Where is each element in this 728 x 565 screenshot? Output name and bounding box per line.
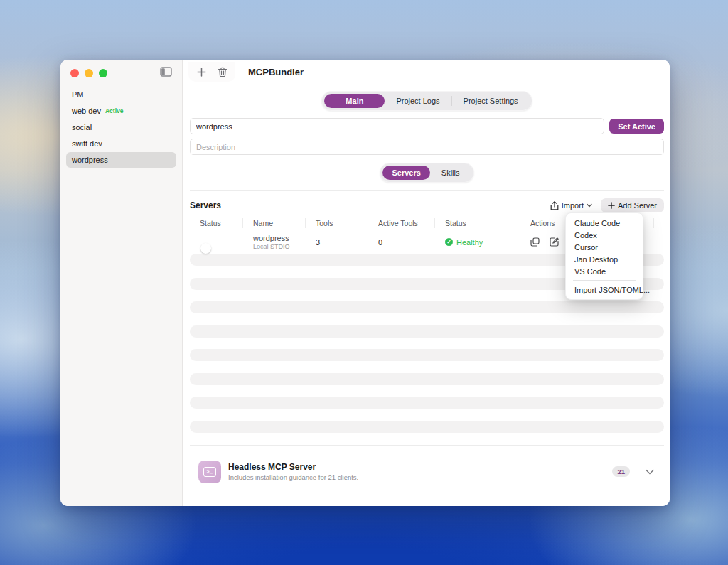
project-list: PM web dev Active social swift dev wordp… <box>66 87 176 168</box>
trash-icon[interactable] <box>214 63 231 80</box>
col-name: Name <box>243 218 306 228</box>
import-button-label: Import <box>562 201 584 210</box>
headless-mcp-subtitle: Includes installation guidance for 21 cl… <box>228 473 605 481</box>
window-title: MCPBundler <box>248 67 304 77</box>
add-project-button[interactable] <box>193 63 210 80</box>
minimize-window-button[interactable] <box>85 69 93 77</box>
terminal-icon: >_ <box>198 461 221 483</box>
tab-main[interactable]: Main <box>324 94 385 108</box>
headless-mcp-card[interactable]: >_ Headless MCP Server Includes installa… <box>190 452 664 492</box>
menu-item-import-json-toml[interactable]: Import JSON/TOML... <box>566 284 643 296</box>
skeleton-row <box>190 301 664 313</box>
menu-item-cursor[interactable]: Cursor <box>566 241 643 253</box>
tab-project-settings[interactable]: Project Settings <box>452 94 530 108</box>
headless-mcp-title: Headless MCP Server <box>228 462 605 472</box>
set-active-button[interactable]: Set Active <box>609 119 664 134</box>
sidebar-item-social[interactable]: social <box>66 119 176 135</box>
skeleton-row <box>190 421 664 433</box>
sub-tabs: Servers Skills <box>380 163 473 183</box>
import-button[interactable]: Import <box>546 200 596 212</box>
plus-icon <box>608 202 615 209</box>
sidebar-item-web-dev[interactable]: web dev Active <box>66 103 176 119</box>
skeleton-row <box>190 349 664 361</box>
server-name: wordpress <box>253 234 306 242</box>
tab-skills[interactable]: Skills <box>430 166 471 180</box>
server-status-cell: ✓ Healthy <box>435 238 520 247</box>
section-divider <box>190 190 664 191</box>
active-badge: Active <box>105 103 124 119</box>
sidebar-item-label: swift dev <box>72 136 102 151</box>
expand-chevron-icon[interactable] <box>646 469 654 475</box>
toolbar-button-group <box>188 62 235 82</box>
add-server-button[interactable]: Add Server <box>601 198 664 212</box>
zoom-window-button[interactable] <box>99 69 107 77</box>
sidebar-item-label: web dev <box>72 103 101 119</box>
sidebar-item-swift-dev[interactable]: swift dev <box>66 136 176 151</box>
client-count-badge: 21 <box>612 466 630 477</box>
menu-item-codex[interactable]: Codex <box>566 229 643 241</box>
share-icon <box>550 201 559 210</box>
skeleton-row <box>190 373 664 385</box>
sidebar: PM web dev Active social swift dev wordp… <box>60 60 183 506</box>
skeleton-row <box>190 397 664 409</box>
tab-project-logs[interactable]: Project Logs <box>385 94 451 108</box>
description-input[interactable] <box>190 139 664 155</box>
edit-icon[interactable] <box>550 237 559 247</box>
import-dropdown-menu: Claude Code Codex Cursor Jan Desktop VS … <box>565 212 643 300</box>
tab-servers[interactable]: Servers <box>382 166 429 180</box>
app-window: PM web dev Active social swift dev wordp… <box>60 60 670 506</box>
col-active-tools: Active Tools <box>368 218 435 228</box>
col-status-toggle: Status <box>190 218 243 228</box>
menu-separator <box>573 280 636 281</box>
main-tabs: Main Project Logs Project Settings <box>321 91 532 111</box>
toolbar: MCPBundler <box>183 60 670 84</box>
sidebar-item-label: wordpress <box>72 152 108 168</box>
server-type: Local STDIO <box>253 243 306 250</box>
close-window-button[interactable] <box>70 69 79 77</box>
footer-divider <box>190 445 664 446</box>
sidebar-item-wordpress[interactable]: wordpress <box>66 152 176 168</box>
menu-item-vs-code[interactable]: VS Code <box>566 265 643 277</box>
menu-item-claude-code[interactable]: Claude Code <box>566 217 643 229</box>
headless-mcp-texts: Headless MCP Server Includes installatio… <box>228 462 605 481</box>
servers-heading: Servers <box>190 200 221 210</box>
sidebar-item-label: social <box>72 119 92 135</box>
sidebar-item-label: PM <box>72 87 84 102</box>
menu-item-jan-desktop[interactable]: Jan Desktop <box>566 253 643 265</box>
add-server-button-label: Add Server <box>618 201 657 210</box>
healthy-check-icon: ✓ <box>445 238 453 246</box>
server-active-tools-count: 0 <box>368 238 435 247</box>
col-status: Status <box>435 218 520 228</box>
sidebar-toggle-icon[interactable] <box>160 67 172 77</box>
copy-icon[interactable] <box>530 237 540 247</box>
col-tools: Tools <box>306 218 368 228</box>
server-tools-count: 3 <box>306 238 368 247</box>
sidebar-item-pm[interactable]: PM <box>66 87 176 102</box>
server-name-cell: wordpress Local STDIO <box>243 234 306 250</box>
chevron-down-icon <box>587 203 592 208</box>
traffic-lights <box>70 69 107 77</box>
skeleton-row <box>190 325 664 338</box>
server-status-label: Healthy <box>456 238 483 247</box>
project-name-input[interactable] <box>190 118 604 134</box>
main-panel: MCPBundler Main Project Logs Project Set… <box>183 60 670 506</box>
